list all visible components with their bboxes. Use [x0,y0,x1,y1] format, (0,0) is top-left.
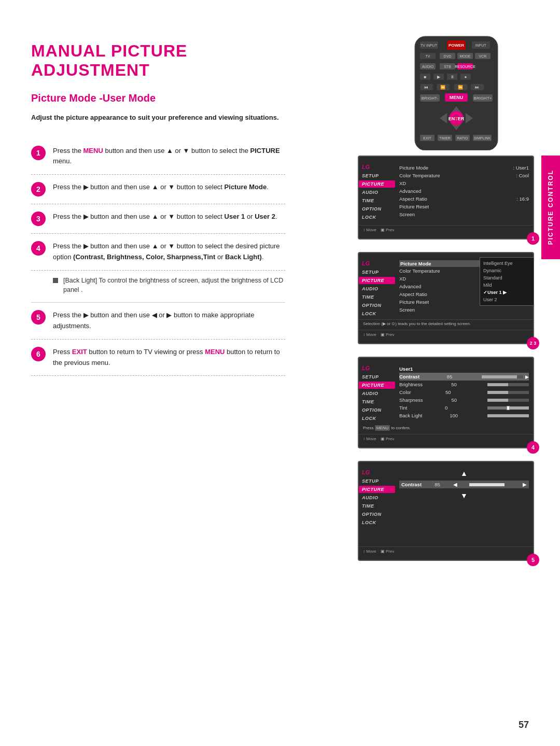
sidebar-setup-2: SETUP [359,269,395,276]
svg-text:SIMPLINK: SIMPLINK [474,136,491,140]
menu-sidebar-1: LG SETUP PICTURE AUDIO TIME OPTION LOCK [359,161,395,223]
left-arrow-4: ◀ [453,482,457,487]
svg-text:⏸: ⏸ [450,75,454,79]
value-contrast-4: 85 [435,482,440,487]
screen2-note: Selection (▶ or ⊙) leads you to the deta… [359,319,533,328]
menu-confirm-btn: MENU [375,425,390,431]
menu-row-ar-1: Aspect Ratio : 16:9 [399,195,529,203]
spacer-4a [399,500,529,510]
svg-text:INPUT: INPUT [475,44,487,47]
label-adv-1: Advanced [399,188,421,194]
step-4: 4 Press the ▶ button and then use ▲ or ▼… [31,234,285,271]
sidebar-option-4: OPTION [359,511,395,518]
menu-screen-1: LG SETUP PICTURE AUDIO TIME OPTION LOCK … [358,156,534,240]
remote-container: TV INPUT POWER INPUT TV DVD MODE VCR AUD… [404,31,519,152]
menu-content-3: User1 Contrast 85 ▶ Brightness 50 Colo [395,362,533,424]
value-sharpness: 50 [451,397,457,403]
menu-content-2: Picture Mode Color Temperature XD Advanc… [395,257,533,319]
sidebar-option-1: OPTION [359,205,395,213]
badge-23: 2 3 [527,337,539,349]
tint-bar [487,406,529,410]
label-backlight: Back Light [399,413,422,418]
footer-text-4: ↕ Move [363,549,376,554]
sidebar-lock-4: LOCK [359,519,395,526]
svg-point-49 [455,117,458,120]
color-bar [487,391,529,394]
svg-text:⏩: ⏩ [458,85,463,90]
menu-row-backlight: Back Light 100 [399,412,529,419]
label-ct-1: Color Temperature [399,173,440,178]
menu-sidebar-4: LG SETUP PICTURE AUDIO TIME OPTION LOCK [359,466,395,544]
step-5: 5 Press the ▶ button and then use ◀ or ▶… [31,303,285,340]
sidebar-option-3: OPTION [359,406,395,414]
sidebar-picture-3: PICTURE [359,382,395,389]
right-arrow-4: ▶ [523,482,527,487]
menu-screen-3: LG SETUP PICTURE AUDIO TIME OPTION LOCK … [358,357,534,448]
svg-text:VCR: VCR [479,54,487,58]
label-scr-1: Screen [399,212,415,217]
menu-footer-3: ↕ Move ▣ Prev [359,434,533,443]
menu-row-xd-1: XD [399,179,529,187]
svg-text:⏪: ⏪ [440,85,445,90]
label-contrast-4: Contrast [401,482,422,487]
svg-text:TV INPUT: TV INPUT [421,44,438,47]
sidebar-time-1: TIME [359,197,395,204]
step-text-4: Press the ▶ button and then use ▲ or ▼ b… [53,241,285,263]
backlight-keyword: Back Light) [225,253,262,261]
svg-text:TIMER: TIMER [439,136,451,140]
svg-text:●: ● [465,75,467,79]
label-adv-2: Advanced [399,284,421,289]
menu-row-brightness: Brightness 50 [399,381,529,388]
main-content: MANUAL PICTURE ADJUSTMENT Picture Mode -… [31,41,285,376]
tint-indicator [507,406,510,410]
opt-dyn: Dynamic [483,267,530,274]
svg-text:EXIT: EXIT [423,136,431,140]
menu-row-tint: Tint 0 [399,404,529,412]
screens-container: LG SETUP PICTURE AUDIO TIME OPTION LOCK … [358,156,534,573]
menu-row-pr-1: Picture Reset [399,203,529,210]
brightness-bar [487,383,529,386]
footer-text-1: ↕ Move [363,228,376,232]
label-xd-2: XD [399,276,406,281]
menu-footer-1: ↕ Move ▣ Prev [359,225,533,234]
step-2: 2 Press the ▶ button and then use ▲ or ▼… [31,175,285,204]
step-text-3: Press the ▶ button and then use ▲ or ▼ b… [53,212,277,222]
sidebar-time-2: TIME [359,293,395,301]
option-popup-2: Intelligent Eye Dynamic Standard Mild ✓U… [480,257,534,306]
spacer-4d [399,531,529,541]
sidebar-lock-3: LOCK [359,415,395,422]
label-contrast: Contrast [399,374,419,379]
menu-row-ct-1: Color Temperature : Cool [399,172,529,179]
step-text-1: Press the MENU button and then use ▲ or … [53,146,285,167]
sidebar-audio-1: AUDIO [359,189,395,196]
menu-row-pm-1: Picture Mode : User1 [399,164,529,172]
opt-mild: Mild [483,281,530,289]
label-scr-2: Screen [399,307,415,313]
menu-row-contrast: Contrast 85 ▶ [399,373,529,381]
label-pr-2: Picture Reset [399,299,429,305]
opt-ie: Intelligent Eye [483,260,530,267]
menu-footer-4: ↕ Move ▣ Prev [359,546,533,556]
contrast-bar: ▶ [482,374,529,379]
value-contrast: 85 [447,374,453,379]
badge-4: 4 [527,441,539,454]
menu-screen-4-inner: LG SETUP PICTURE AUDIO TIME OPTION LOCK … [359,466,533,544]
sidebar-audio-2: AUDIO [359,285,395,292]
menu-content-4: ▲ Contrast 85 ◀ ▶ ▼ [395,466,533,544]
contrast-bar-4 [469,483,511,486]
opt-std: Standard [483,274,530,281]
menu-sidebar-2: LG SETUP PICTURE AUDIO TIME OPTION LOCK [359,257,395,319]
svg-text:RESOURCE: RESOURCE [455,65,475,68]
footer-prev-2: ▣ Prev [381,332,395,337]
page-number: 57 [519,720,529,730]
svg-text:DVD: DVD [444,54,452,58]
label-brightness: Brightness [399,382,423,387]
label-ar-2: Aspect Ratio [399,291,427,297]
value-color: 50 [445,389,451,395]
opt-u2: User 2 [483,296,530,303]
label-xd-1: XD [399,180,406,186]
menu-row-adv-1: Advanced [399,187,529,195]
color-bar-fill [487,391,508,394]
footer-text-2: ↕ Move [363,332,376,337]
svg-text:POWER: POWER [449,43,464,48]
